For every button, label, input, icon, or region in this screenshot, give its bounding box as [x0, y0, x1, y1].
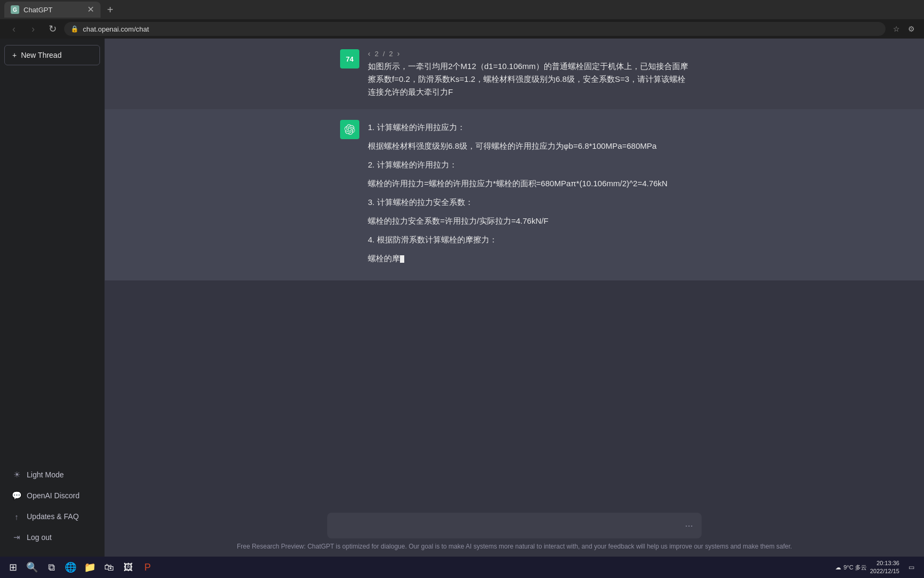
user-avatar: 74 [340, 49, 359, 69]
input-options-button[interactable]: ··· [685, 520, 693, 531]
nav-separator: / [383, 50, 385, 58]
edge-browser-icon[interactable]: 🌐 [62, 559, 79, 576]
step-2-body: 螺栓的许用拉力=螺栓的许用拉应力*螺栓的面积=680MPaπ*(10.106mm… [368, 176, 667, 191]
message-navigation: ‹ 2 / 2 › [368, 49, 689, 58]
typing-cursor [400, 255, 404, 263]
sidebar-item-label: Light Mode [27, 470, 64, 479]
user-message-block: 74 ‹ 2 / 2 › 如图所示，一牵引均用2个M12（d1=10.106mm… [105, 39, 924, 109]
logout-icon: ⇥ [12, 533, 21, 542]
powerpoint-icon[interactable]: P [139, 559, 156, 576]
chatgpt-logo-icon [344, 124, 355, 135]
step-2-heading: 2. 计算螺栓的许用拉力： [368, 157, 667, 172]
browser-actions: ☆ ⚙ [890, 22, 918, 35]
chat-spacer [105, 280, 924, 387]
assistant-message-inner: 1. 计算螺栓的许用拉应力： 根据螺栓材料强度级别6.8级，可得螺栓的许用拉应力… [327, 120, 702, 270]
step-4-heading: 4. 根据防滑系数计算螺栓的摩擦力： [368, 232, 667, 247]
tab-close-button[interactable]: ✕ [87, 5, 94, 14]
discord-icon: 💬 [12, 491, 21, 500]
task-view-button[interactable]: ⧉ [43, 559, 60, 576]
sidebar-item-label: Updates & FAQ [27, 512, 79, 521]
sidebar-item-label: Log out [27, 533, 52, 542]
message-input[interactable] [336, 519, 681, 532]
sun-icon: ☀ [12, 470, 21, 480]
new-thread-label: New Thread [21, 51, 61, 59]
chat-area: 74 ‹ 2 / 2 › 如图所示，一牵引均用2个M12（d1=10.106mm… [105, 39, 924, 506]
back-button[interactable]: ‹ [6, 21, 21, 36]
plus-icon: + [12, 51, 17, 59]
prev-message-button[interactable]: ‹ [368, 49, 371, 58]
forward-button[interactable]: › [26, 21, 41, 36]
taskbar: ⊞ 🔍 ⧉ 🌐 📁 🛍 🖼 P ☁ 9°C 多云 20:13:36 2022/1… [0, 557, 924, 578]
user-message-content: ‹ 2 / 2 › 如图所示，一牵引均用2个M12（d1=10.106mm）的普… [368, 49, 689, 98]
nav-bar: ‹ › ↻ 🔒 chat.openai.com/chat ☆ ⚙ [0, 19, 924, 39]
input-area: ··· Free Research Preview: ChatGPT is op… [105, 506, 924, 557]
assistant-message-block: 1. 计算螺栓的许用拉应力： 根据螺栓材料强度级别6.8级，可得螺栓的许用拉应力… [105, 109, 924, 280]
sidebar: + New Thread ☀ Light Mode 💬 OpenAI Disco… [0, 39, 105, 557]
step-4-body: 螺栓的摩 [368, 251, 667, 265]
weather-info: ☁ 9°C 多云 [835, 564, 867, 572]
new-tab-button[interactable]: + [103, 2, 118, 17]
step-1-body: 根据螺栓材料强度级别6.8级，可得螺栓的许用拉应力为φb=6.8*100MPa=… [368, 139, 667, 153]
sidebar-item-label: OpenAI Discord [27, 491, 80, 500]
step-1-heading: 1. 计算螺栓的许用拉应力： [368, 120, 667, 134]
system-tray: ☁ 9°C 多云 20:13:36 2022/12/15 ▭ [835, 559, 920, 576]
store-icon[interactable]: 🛍 [101, 559, 118, 576]
step-3-body: 螺栓的拉力安全系数=许用拉力/实际拉力=4.76kN/F [368, 214, 667, 228]
sidebar-item-logout[interactable]: ⇥ Log out [4, 527, 100, 547]
assistant-message-text: 1. 计算螺栓的许用拉应力： 根据螺栓材料强度级别6.8级，可得螺栓的许用拉应力… [368, 120, 667, 270]
input-box: ··· [327, 513, 702, 538]
main-content: 74 ‹ 2 / 2 › 如图所示，一牵引均用2个M12（d1=10.106mm… [105, 39, 924, 557]
address-bar[interactable]: 🔒 chat.openai.com/chat [64, 22, 886, 36]
extensions-button[interactable]: ⚙ [905, 22, 918, 35]
windows-start-button[interactable]: ⊞ [4, 559, 21, 576]
file-explorer-icon[interactable]: 📁 [81, 559, 98, 576]
url-text: chat.openai.com/chat [83, 25, 149, 33]
photos-icon[interactable]: 🖼 [120, 559, 137, 576]
active-tab[interactable]: G ChatGPT ✕ [4, 2, 101, 18]
sidebar-item-light-mode[interactable]: ☀ Light Mode [4, 465, 100, 485]
browser-chrome: G ChatGPT ✕ + ‹ › ↻ 🔒 chat.openai.com/ch… [0, 0, 924, 39]
updates-icon: ↑ [12, 512, 21, 521]
tab-title: ChatGPT [24, 6, 52, 14]
chatgpt-avatar [340, 120, 359, 139]
sidebar-item-updates[interactable]: ↑ Updates & FAQ [4, 506, 100, 527]
step-3-heading: 3. 计算螺栓的拉力安全系数： [368, 195, 667, 209]
nav-current: 2 [375, 50, 379, 58]
sidebar-bottom: ☀ Light Mode 💬 OpenAI Discord ↑ Updates … [0, 460, 104, 552]
tab-favicon: G [11, 5, 19, 14]
ssl-lock-icon: 🔒 [71, 25, 79, 33]
sidebar-item-discord[interactable]: 💬 OpenAI Discord [4, 485, 100, 506]
search-taskbar-button[interactable]: 🔍 [24, 559, 41, 576]
tab-bar: G ChatGPT ✕ + [0, 0, 924, 19]
user-message-inner: 74 ‹ 2 / 2 › 如图所示，一牵引均用2个M12（d1=10.106mm… [327, 49, 702, 98]
user-message-text: 如图所示，一牵引均用2个M12（d1=10.106mm）的普通螺栓固定于机体上，… [368, 60, 689, 98]
nav-total: 2 [389, 50, 393, 58]
bookmark-button[interactable]: ☆ [890, 22, 903, 35]
reload-button[interactable]: ↻ [45, 21, 60, 36]
footer-disclaimer: Free Research Preview: ChatGPT is optimi… [118, 538, 911, 552]
system-clock: 20:13:36 2022/12/15 [870, 559, 899, 576]
next-message-button[interactable]: › [397, 49, 400, 58]
show-desktop-button[interactable]: ▭ [903, 559, 920, 576]
new-thread-button[interactable]: + New Thread [4, 45, 100, 65]
app-layout: + New Thread ☀ Light Mode 💬 OpenAI Disco… [0, 39, 924, 557]
